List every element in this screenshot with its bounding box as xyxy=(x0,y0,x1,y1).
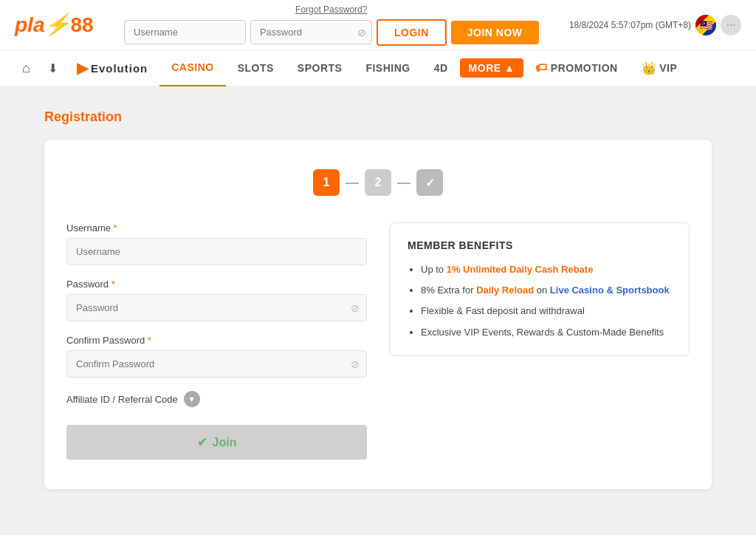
promo-icon: 🏷 xyxy=(535,61,548,75)
top-right: 18/8/2024 5:57:07pm (GMT+8) 🇲🇾 ⋯ xyxy=(569,15,741,35)
benefit-item-1: Up to 1% Unlimited Daily Cash Rebate xyxy=(421,263,671,276)
password-visibility-icon[interactable]: ⊘ xyxy=(351,302,360,314)
top-center: Forgot Password? ⊘ LOGIN JOIN NOW xyxy=(124,4,539,46)
affiliate-chevron-icon[interactable]: ▼ xyxy=(184,391,200,407)
nav-bar: ⌂ ⬇ ▶ Evolution CASINO SLOTS SPORTS FISH… xyxy=(0,50,756,87)
form-grid: Username * Password * ⊘ Confirm Pass xyxy=(66,222,690,460)
top-bar: pla⚡ 88 Forgot Password? ⊘ LOGIN JOIN NO… xyxy=(0,0,756,50)
password-input-wrap: ⊘ xyxy=(250,20,372,44)
nav-download-icon[interactable]: ⬇ xyxy=(41,50,65,86)
evolution-logo[interactable]: ▶ Evolution xyxy=(77,59,148,77)
settings-icon[interactable]: ⋯ xyxy=(721,15,741,35)
join-button-label: Join xyxy=(213,436,237,449)
login-button[interactable]: LOGIN xyxy=(377,19,447,46)
form-left: Username * Password * ⊘ Confirm Pass xyxy=(66,222,367,460)
nav-item-vip[interactable]: 👑 VIP xyxy=(630,50,690,86)
password-group: Password * ⊘ xyxy=(66,279,367,321)
evolution-arrow-icon: ▶ xyxy=(77,59,88,77)
nav-item-promotion[interactable]: 🏷 PROMOTION xyxy=(523,50,629,86)
evolution-label: Evolution xyxy=(91,62,148,75)
logo-text: pla⚡ xyxy=(15,13,70,37)
step-done: ✓ xyxy=(416,169,443,196)
step-1: 1 xyxy=(313,169,340,196)
country-flag[interactable]: 🇲🇾 xyxy=(695,15,716,35)
benefits-card: MEMBER BENEFITS Up to 1% Unlimited Daily… xyxy=(389,222,690,356)
confirm-required: * xyxy=(148,335,151,346)
join-btn-wrap: ✔ Join xyxy=(66,425,367,460)
password-input[interactable] xyxy=(250,20,372,44)
nav-item-slots[interactable]: SLOTS xyxy=(226,50,286,86)
vip-icon: 👑 xyxy=(642,61,657,75)
reg-confirm-password-input[interactable] xyxy=(66,350,367,378)
nav-vip-label: VIP xyxy=(659,62,677,74)
step-2: 2 xyxy=(365,169,391,196)
nav-item-more[interactable]: MORE ▲ xyxy=(460,58,524,78)
forgot-password-link[interactable]: Forgot Password? xyxy=(295,4,367,15)
logo-88: 88 xyxy=(70,13,93,37)
password-input-wrap: ⊘ xyxy=(66,294,367,321)
benefits-title: MEMBER BENEFITS xyxy=(408,239,671,251)
registration-steps: 1 — 2 — ✓ xyxy=(66,169,690,196)
nav-items: CASINO SLOTS SPORTS FISHING 4D MORE ▲ 🏷 … xyxy=(159,50,741,86)
nav-item-4d[interactable]: 4D xyxy=(422,50,460,86)
join-now-button[interactable]: JOIN NOW xyxy=(451,21,539,44)
step-dash-1: — xyxy=(346,175,359,191)
page-title: Registration xyxy=(44,109,712,125)
nav-item-sports[interactable]: SPORTS xyxy=(286,50,354,86)
affiliate-row[interactable]: Affiliate ID / Referral Code ▼ xyxy=(66,391,367,407)
username-input[interactable] xyxy=(124,20,246,44)
logo[interactable]: pla⚡ 88 xyxy=(15,13,94,37)
top-inputs: ⊘ LOGIN JOIN NOW xyxy=(124,19,539,46)
password-eye-icon[interactable]: ⊘ xyxy=(357,27,366,38)
nav-item-casino[interactable]: CASINO xyxy=(159,50,225,86)
password-required: * xyxy=(111,279,115,290)
nav-home-icon[interactable]: ⌂ xyxy=(15,50,38,86)
confirm-password-group: Confirm Password * ⊘ xyxy=(66,335,367,378)
join-check-icon: ✔ xyxy=(197,435,207,449)
step-dash-2: — xyxy=(397,175,410,191)
password-label: Password * xyxy=(66,279,367,290)
reg-password-input[interactable] xyxy=(66,294,367,321)
nav-item-fishing[interactable]: FISHING xyxy=(354,50,422,86)
confirm-password-label: Confirm Password * xyxy=(66,335,367,346)
username-label: Username * xyxy=(66,222,367,234)
datetime-display: 18/8/2024 5:57:07pm (GMT+8) xyxy=(569,20,691,30)
benefit-item-3: Flexible & Fast deposit and withdrawal xyxy=(421,304,671,318)
reg-username-input[interactable] xyxy=(66,238,367,265)
benefit-item-4: Exclusive VIP Events, Rewards & Custom-M… xyxy=(421,326,671,339)
registration-card: 1 — 2 — ✓ Username * Password * xyxy=(44,140,712,489)
confirm-input-wrap: ⊘ xyxy=(66,350,367,378)
benefit-item-2: 8% Extra for Daily Reload on Live Casino… xyxy=(421,284,671,297)
join-form-button[interactable]: ✔ Join xyxy=(66,425,367,460)
affiliate-label: Affiliate ID / Referral Code xyxy=(66,394,178,405)
page-content: Registration 1 — 2 — ✓ Username * xyxy=(0,87,756,535)
nav-promotion-label: PROMOTION xyxy=(551,62,618,74)
confirm-visibility-icon[interactable]: ⊘ xyxy=(351,358,360,370)
username-group: Username * xyxy=(66,222,367,265)
benefits-list: Up to 1% Unlimited Daily Cash Rebate 8% … xyxy=(408,263,671,339)
username-required: * xyxy=(114,222,117,234)
